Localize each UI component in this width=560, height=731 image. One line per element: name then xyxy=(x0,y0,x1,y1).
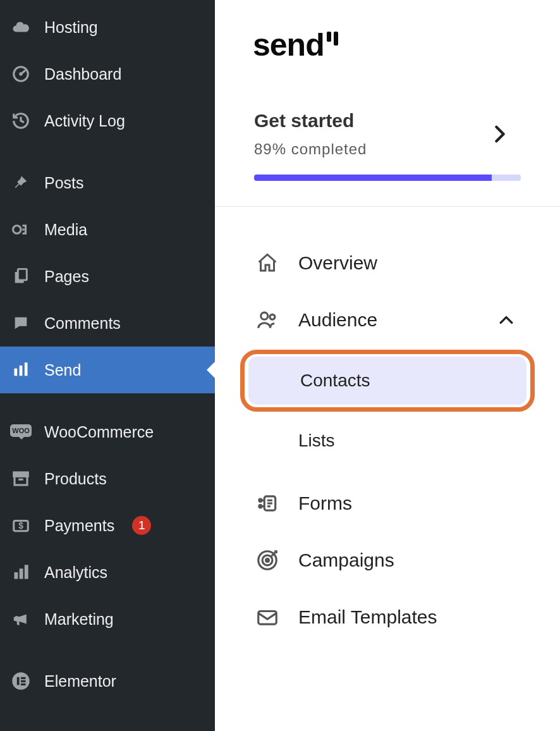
bars-icon xyxy=(10,359,32,381)
get-started-progress-text: 89% completed xyxy=(254,140,521,158)
sidebar-separator xyxy=(0,642,215,658)
chevron-up-icon xyxy=(499,316,513,324)
svg-rect-21 xyxy=(21,677,26,679)
archive-icon xyxy=(10,468,32,489)
payments-icon: $ xyxy=(10,515,32,536)
gauge-icon xyxy=(10,63,32,85)
svg-point-28 xyxy=(259,505,262,508)
get-started-progress-fill xyxy=(254,175,492,181)
nav-item-forms[interactable]: Forms xyxy=(244,475,531,532)
nav-item-campaigns[interactable]: Campaigns xyxy=(244,532,531,589)
sidebar-item-media[interactable]: Media xyxy=(0,206,215,253)
history-icon xyxy=(10,110,32,132)
home-icon xyxy=(254,250,281,276)
sidebar-item-label: Analytics xyxy=(44,563,107,582)
sidebar-item-send[interactable]: Send xyxy=(0,347,215,393)
sidebar-item-label: Dashboard xyxy=(44,65,121,83)
nav-subitem-lists[interactable]: Lists xyxy=(247,417,528,465)
sidebar-item-posts[interactable]: Posts xyxy=(0,159,215,206)
nav-item-label: Email Templates xyxy=(298,606,437,628)
sidebar-item-label: Send xyxy=(44,361,81,379)
sidebar-item-label: Marketing xyxy=(44,610,114,629)
send-logo: send xyxy=(253,27,522,63)
payments-badge: 1 xyxy=(132,516,151,535)
nav-subitem-label: Lists xyxy=(298,431,335,450)
nav-subitem-contacts[interactable]: Contacts xyxy=(248,357,527,405)
svg-text:WOO: WOO xyxy=(12,427,30,434)
sidebar-item-payments[interactable]: $ Payments 1 xyxy=(0,502,215,549)
sidebar-item-label: Payments xyxy=(44,517,114,535)
nav-item-email-templates[interactable]: Email Templates xyxy=(244,589,531,646)
svg-text:$: $ xyxy=(18,521,23,531)
svg-rect-8 xyxy=(25,362,28,376)
wp-admin-sidebar: Hosting Dashboard Activity Log Posts Med… xyxy=(0,0,215,731)
send-panel: send Get started 89% completed Overview … xyxy=(215,0,560,731)
nav-item-label: Forms xyxy=(298,493,352,514)
svg-line-2 xyxy=(21,71,25,74)
svg-point-24 xyxy=(261,312,268,319)
sidebar-item-label: Media xyxy=(44,221,87,239)
svg-rect-12 xyxy=(15,476,27,485)
svg-rect-35 xyxy=(259,611,277,625)
svg-point-25 xyxy=(270,314,275,319)
svg-rect-7 xyxy=(20,366,23,376)
sidebar-item-activity-log[interactable]: Activity Log xyxy=(0,97,215,144)
svg-rect-20 xyxy=(17,677,20,685)
nav-subitem-label: Contacts xyxy=(300,371,370,390)
get-started-progress-bar xyxy=(254,175,521,181)
sidebar-item-dashboard[interactable]: Dashboard xyxy=(0,51,215,97)
nav-item-overview[interactable]: Overview xyxy=(244,235,531,292)
chevron-right-icon xyxy=(494,125,506,143)
sidebar-item-marketing[interactable]: Marketing xyxy=(0,596,215,642)
get-started-block[interactable]: Get started 89% completed xyxy=(215,85,560,207)
send-nav: Overview Audience Contacts Lists xyxy=(215,207,560,673)
send-logo-ticks-icon xyxy=(327,32,338,46)
sidebar-item-woocommerce[interactable]: WOO WooCommerce xyxy=(0,408,215,455)
nav-item-label: Campaigns xyxy=(298,550,394,571)
nav-item-label: Overview xyxy=(298,252,377,274)
forms-icon xyxy=(254,490,281,517)
sidebar-item-elementor[interactable]: Elementor xyxy=(0,658,215,704)
svg-rect-17 xyxy=(20,568,23,579)
analytics-icon xyxy=(10,562,32,583)
sidebar-item-label: Pages xyxy=(44,267,89,286)
sidebar-item-label: Hosting xyxy=(44,18,98,37)
mail-icon xyxy=(254,604,281,630)
sidebar-separator xyxy=(0,144,215,159)
audience-submenu: Contacts Lists xyxy=(244,348,531,475)
audience-icon xyxy=(254,307,281,333)
sidebar-item-hosting[interactable]: Hosting xyxy=(0,4,215,51)
sidebar-item-label: Comments xyxy=(44,314,121,333)
woo-icon: WOO xyxy=(10,421,32,443)
get-started-title: Get started xyxy=(254,110,521,132)
sidebar-item-analytics[interactable]: Analytics xyxy=(0,549,215,596)
nav-item-label: Audience xyxy=(298,309,377,331)
send-logo-text: send xyxy=(253,27,324,63)
svg-point-3 xyxy=(13,226,21,234)
nav-item-audience[interactable]: Audience xyxy=(244,292,531,348)
pin-icon xyxy=(10,172,32,194)
sidebar-item-label: Activity Log xyxy=(44,112,125,130)
comment-icon xyxy=(10,312,32,334)
contacts-highlight: Contacts xyxy=(240,350,535,412)
svg-point-27 xyxy=(259,499,262,501)
megaphone-icon xyxy=(10,608,32,630)
svg-rect-6 xyxy=(15,369,18,376)
cloud-icon xyxy=(10,16,32,38)
target-icon xyxy=(254,547,281,574)
sidebar-item-pages[interactable]: Pages xyxy=(0,253,215,300)
sidebar-item-label: Products xyxy=(44,470,107,488)
svg-rect-5 xyxy=(18,269,27,280)
pages-icon xyxy=(10,266,32,287)
elementor-icon xyxy=(10,670,32,692)
sidebar-separator xyxy=(0,393,215,408)
sidebar-item-comments[interactable]: Comments xyxy=(0,300,215,347)
svg-rect-23 xyxy=(21,684,26,685)
send-header: send xyxy=(215,0,560,85)
sidebar-item-products[interactable]: Products xyxy=(0,455,215,502)
svg-rect-22 xyxy=(21,680,26,682)
sidebar-item-label: WooCommerce xyxy=(44,423,154,441)
svg-rect-16 xyxy=(15,572,18,579)
sidebar-item-label: Posts xyxy=(44,174,84,192)
svg-rect-18 xyxy=(25,565,28,579)
